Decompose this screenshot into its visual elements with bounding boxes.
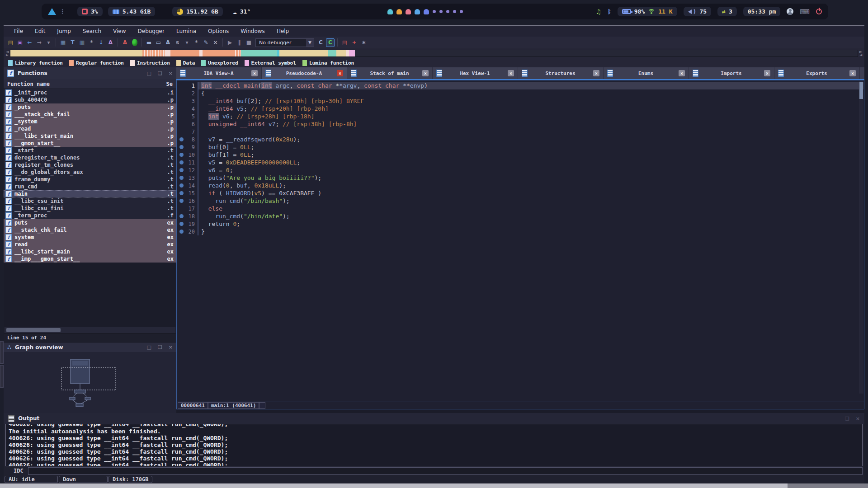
workspace-icon[interactable] xyxy=(424,9,429,14)
functions-list-header[interactable]: Function name Se xyxy=(4,79,176,89)
breakpoint-dot[interactable] xyxy=(179,145,184,149)
navband-segment[interactable] xyxy=(199,50,203,56)
workspace-icon[interactable] xyxy=(415,9,420,14)
function-row[interactable]: f_term_proc.f xyxy=(4,212,176,219)
breakpoint-dot[interactable] xyxy=(179,230,184,234)
band-scroll-left-icon[interactable]: ◄► xyxy=(5,50,10,56)
workspace-dot[interactable] xyxy=(433,10,436,13)
function-row[interactable]: f_puts.p xyxy=(4,103,176,111)
tab-hex-view-1[interactable]: Hex View-1× xyxy=(433,67,518,79)
workspace-dot[interactable] xyxy=(446,10,449,13)
breakpoint-cell[interactable] xyxy=(177,221,186,227)
breakpoint-cell[interactable] xyxy=(177,182,186,189)
breakpoint-dot[interactable] xyxy=(179,191,184,195)
navband-segment[interactable] xyxy=(170,50,199,56)
tab-structures[interactable]: Structures× xyxy=(518,67,604,79)
jump-text-icon[interactable]: T xyxy=(68,38,77,47)
navband-segment[interactable] xyxy=(241,50,278,56)
workspace-icon[interactable] xyxy=(396,9,402,14)
function-row[interactable]: fregister_tm_clones.t xyxy=(4,161,176,169)
run-script-icon[interactable]: C xyxy=(326,38,335,47)
maximize-icon[interactable]: □ xyxy=(147,70,151,76)
script-snippets-icon[interactable]: C xyxy=(316,38,325,47)
database-icon[interactable]: ▤ xyxy=(340,38,349,47)
float-icon[interactable]: ❏ xyxy=(845,416,849,422)
debug-start-icon[interactable]: ▶ xyxy=(226,38,234,47)
function-row[interactable]: fderegister_tm_clones.t xyxy=(4,154,176,161)
pseudocode-line[interactable]: 20} xyxy=(177,228,864,235)
tab-close-icon[interactable]: × xyxy=(422,70,429,76)
function-row[interactable]: frun_cmd.t xyxy=(4,183,176,190)
add-name-icon[interactable]: A xyxy=(164,38,172,47)
function-row[interactable]: f_system.p xyxy=(4,118,176,125)
function-row[interactable]: f__libc_csu_init.t xyxy=(4,197,176,205)
column-segment[interactable]: Se xyxy=(166,81,173,87)
breakpoint-dot[interactable] xyxy=(179,168,184,172)
function-row[interactable]: f__stack_chk_failex xyxy=(4,226,176,234)
breakpoint-cell[interactable] xyxy=(177,136,186,143)
pseudocode-line[interactable]: 1int __cdecl main(int argc, const char *… xyxy=(177,82,864,89)
breakpoint-dot[interactable] xyxy=(179,160,184,164)
function-row[interactable]: fsystemex xyxy=(4,234,176,241)
navband-segment[interactable] xyxy=(349,50,355,56)
pseudocode-line[interactable]: 16 run_cmd("/bin/bash"); xyxy=(177,197,864,205)
power-icon[interactable] xyxy=(816,9,822,14)
workspace-dot[interactable] xyxy=(439,10,443,13)
music-note-icon[interactable]: ♫ xyxy=(595,8,601,15)
breakpoint-add-icon[interactable]: + xyxy=(350,38,359,47)
tab-close-icon[interactable]: × xyxy=(508,70,514,76)
navband-segment[interactable] xyxy=(203,50,233,56)
pseudocode-line[interactable]: 13 puts("Are you a big boiiiii??"); xyxy=(177,174,864,182)
edit-icon[interactable]: ✎ xyxy=(202,38,210,47)
debugger-select[interactable]: No debugger▼ xyxy=(255,38,314,47)
tab-stack-of-main[interactable]: Stack of main× xyxy=(347,67,433,79)
menu-search[interactable]: Search xyxy=(77,27,107,35)
pseudocode-line[interactable]: 17 else xyxy=(177,205,864,212)
breakpoint-cell[interactable] xyxy=(177,190,186,197)
function-row[interactable]: f__do_global_dtors_aux.t xyxy=(4,169,176,176)
navband-segment[interactable] xyxy=(10,50,142,56)
function-row[interactable]: fmain.t xyxy=(4,190,176,197)
navigate-back-icon[interactable]: ← xyxy=(25,38,34,47)
function-row[interactable]: f__imp___gmon_start__ex xyxy=(4,255,176,263)
tab-close-icon[interactable]: × xyxy=(764,70,770,76)
keyboard-icon[interactable]: ⌨ xyxy=(800,8,810,16)
menu-options[interactable]: Options xyxy=(202,27,235,35)
breakpoint-cell[interactable] xyxy=(177,159,186,166)
breakpoint-dot[interactable] xyxy=(179,222,184,226)
arch-linux-logo-icon[interactable] xyxy=(48,8,56,15)
function-row[interactable]: f_start.t xyxy=(4,147,176,154)
pseudocode-line[interactable]: 18 run_cmd("/bin/date"); xyxy=(177,212,864,220)
menu-debugger[interactable]: Debugger xyxy=(132,27,170,35)
band-scroll-right-icon[interactable]: ►◄ xyxy=(858,50,863,56)
pseudocode-line[interactable]: 15 if ( HIDWORD(v5) == 0xCAF3BAEE ) xyxy=(177,189,864,197)
maximize-icon[interactable]: □ xyxy=(147,344,151,350)
tab-enums[interactable]: Enums× xyxy=(604,67,689,79)
breakpoint-cell[interactable] xyxy=(177,151,186,158)
pseudocode-line[interactable]: 10 buf[1] = 0LL; xyxy=(177,151,864,159)
tab-close-icon[interactable]: × xyxy=(679,70,685,76)
pseudocode-line[interactable]: 5 int v6; // [rsp+28h] [rbp-18h] xyxy=(177,113,864,120)
undefine-icon[interactable]: × xyxy=(211,38,220,47)
cli-language-button[interactable]: IDC xyxy=(14,468,24,474)
jump-binary-icon[interactable]: ▥ xyxy=(78,38,86,47)
navband-segment[interactable] xyxy=(336,50,346,56)
pseudocode-view[interactable]: 1int __cdecl main(int argc, const char *… xyxy=(177,80,864,402)
cli-input[interactable] xyxy=(28,467,863,475)
float-icon[interactable]: ❏ xyxy=(158,70,162,76)
tab-pseudocode-a[interactable]: Pseudocode-A× xyxy=(262,67,347,79)
bluetooth-icon[interactable]: ᛒ xyxy=(608,8,611,15)
asterisk-icon[interactable]: * xyxy=(192,38,201,47)
breakpoint-cell[interactable] xyxy=(177,167,186,174)
menu-file[interactable]: File xyxy=(8,27,29,35)
pseudocode-line[interactable]: 2{ xyxy=(177,89,864,97)
breakpoint-cell[interactable] xyxy=(177,144,186,150)
output-log[interactable]: 400626: using guessed type __int64 __fas… xyxy=(5,424,863,466)
menu-edit[interactable]: Edit xyxy=(29,27,51,35)
navband-segment[interactable] xyxy=(328,50,337,56)
breakpoint-dot[interactable] xyxy=(179,153,184,157)
volume-pill[interactable]: ) 75 xyxy=(684,7,711,16)
function-row[interactable]: f__libc_csu_fini.t xyxy=(4,205,176,212)
make-data-icon[interactable]: ▭ xyxy=(154,38,163,47)
function-row[interactable]: f___libc_start_main.p xyxy=(4,132,176,140)
